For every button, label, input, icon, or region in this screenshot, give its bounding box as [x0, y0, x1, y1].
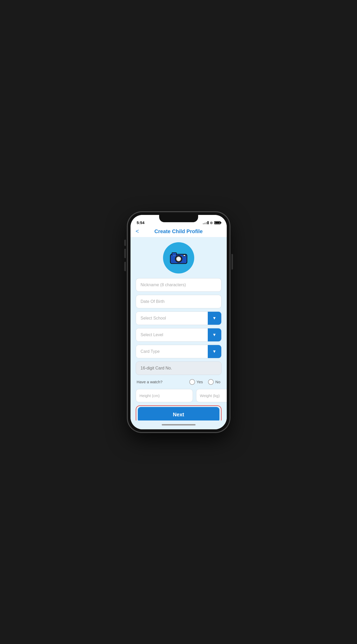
watch-no-label: No: [215, 380, 220, 384]
status-icons: ⊛: [203, 221, 220, 225]
watch-radio-group: Yes No: [189, 379, 220, 385]
next-button-wrap: Next: [136, 405, 222, 420]
select-level-btn[interactable]: ▼: [208, 328, 221, 341]
watch-yes-option[interactable]: Yes: [189, 379, 203, 385]
watch-yes-radio[interactable]: [189, 379, 195, 385]
select-level-label: Select Level: [136, 328, 208, 341]
chevron-down-icon: ▼: [212, 316, 217, 321]
wifi-icon: ⊛: [210, 221, 213, 225]
page-title: Create Child Profile: [154, 228, 203, 234]
svg-point-3: [177, 257, 180, 260]
hw-row: [136, 389, 222, 402]
card-number-input: [136, 361, 222, 375]
card-type-label: Card Type: [136, 345, 208, 358]
camera-icon: [169, 251, 188, 265]
svg-rect-5: [183, 255, 185, 256]
weight-input[interactable]: [196, 389, 227, 402]
watch-no-radio[interactable]: [208, 379, 214, 385]
watch-yes-label: Yes: [197, 380, 203, 384]
back-button[interactable]: <: [136, 228, 139, 235]
svg-rect-4: [172, 253, 177, 255]
home-indicator: [131, 420, 227, 429]
battery-icon: [214, 221, 220, 224]
chevron-down-icon: ▼: [212, 333, 217, 337]
signal-icon: [203, 221, 209, 224]
height-input[interactable]: [136, 389, 193, 402]
select-school-btn[interactable]: ▼: [208, 312, 221, 325]
watch-label: Have a watch?: [137, 380, 185, 384]
watch-row: Have a watch? Yes No: [136, 378, 222, 386]
card-type-dropdown[interactable]: Card Type ▼: [136, 345, 222, 358]
dob-input[interactable]: [136, 295, 222, 308]
next-button[interactable]: Next: [138, 407, 219, 420]
avatar-upload[interactable]: [163, 242, 194, 273]
chevron-down-icon: ▼: [212, 349, 217, 354]
nickname-input[interactable]: [136, 278, 222, 292]
select-level-dropdown[interactable]: Select Level ▼: [136, 328, 222, 342]
form-content: Select School ▼ Select Level ▼ Card Type…: [131, 237, 227, 420]
status-time: 5:54: [137, 220, 145, 225]
home-bar: [162, 424, 196, 425]
watch-no-option[interactable]: No: [208, 379, 220, 385]
header: < Create Child Profile: [131, 226, 227, 237]
card-type-btn[interactable]: ▼: [208, 345, 221, 358]
svg-rect-6: [172, 255, 176, 256]
select-school-dropdown[interactable]: Select School ▼: [136, 311, 222, 325]
select-school-label: Select School: [136, 312, 208, 325]
